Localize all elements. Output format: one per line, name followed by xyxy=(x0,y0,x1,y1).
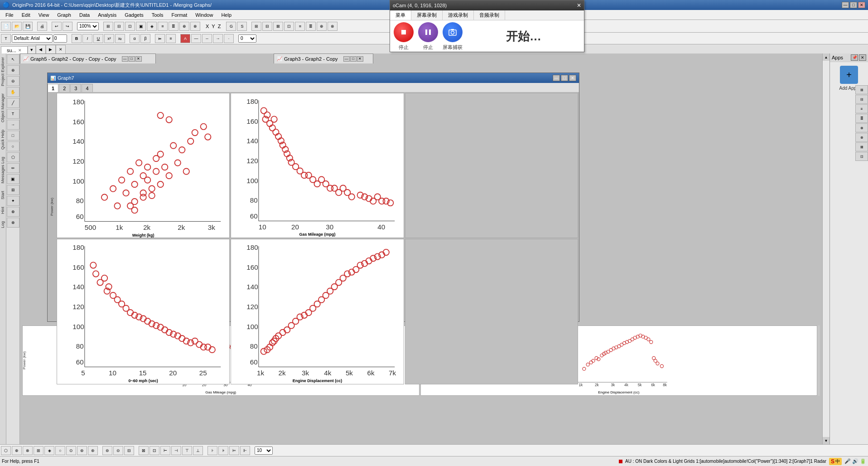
hint-tab[interactable]: Hint xyxy=(0,203,5,218)
tb-icon3[interactable]: ⊡ xyxy=(125,22,135,31)
menu-analysis[interactable]: Analysis xyxy=(94,11,120,19)
ocam-tab-screen-record[interactable]: 屏幕录制 xyxy=(411,10,443,20)
crosshair-tool[interactable]: ⊕ xyxy=(7,207,19,217)
pan-tool[interactable]: ✋ xyxy=(7,87,19,97)
graph3-window-tab[interactable]: 📈 Graph3 - Graph2 - Copy — □ ✕ xyxy=(274,53,373,63)
tb-icon4[interactable]: ▣ xyxy=(136,22,146,31)
doc-tab-main[interactable]: su... ✕ xyxy=(1,46,28,54)
btb-13[interactable]: ⊠ xyxy=(139,446,149,455)
btb-14[interactable]: ⊡ xyxy=(149,446,159,455)
ocam-tab-menu[interactable]: 菜单 xyxy=(390,10,411,20)
graph3-close[interactable]: ✕ xyxy=(357,56,363,62)
graph7-tab-4[interactable]: 4 xyxy=(82,84,92,92)
redo-btn[interactable]: ↪ xyxy=(63,22,72,31)
line-width-select[interactable]: 0 1 2 xyxy=(238,34,256,43)
font-select[interactable]: Default: Arial xyxy=(12,34,53,43)
ocam-tab-audio-record[interactable]: 音频录制 xyxy=(474,10,505,20)
quick-help-tab[interactable]: Quick Help xyxy=(0,126,5,153)
menu-graph[interactable]: Graph xyxy=(53,11,75,19)
btb-11[interactable]: ⊝ xyxy=(113,446,123,455)
mask-tool[interactable]: ⊗ xyxy=(7,218,19,228)
btb-1[interactable]: ⬡ xyxy=(1,446,11,455)
btb-21[interactable]: ⊨ xyxy=(229,446,239,455)
graph3-minimize[interactable]: — xyxy=(343,56,350,62)
subscript-btn[interactable]: x₂ xyxy=(115,34,125,43)
arrow-tool[interactable]: → xyxy=(7,120,19,130)
graph5-minimize[interactable]: — xyxy=(122,56,128,62)
btb-7[interactable]: ⊙ xyxy=(66,446,76,455)
tb-more4[interactable]: ⊡ xyxy=(284,22,294,31)
tab-scroll-right[interactable]: ▶ xyxy=(46,45,56,54)
polygon-tool[interactable]: ⬠ xyxy=(7,152,19,162)
right-tb8[interactable]: ⊡ xyxy=(855,152,868,161)
plot-0to60-power[interactable]: 180 160 140 120 100 80 60 5 10 15 20 25 xyxy=(57,239,230,384)
btb-9[interactable]: ⊛ xyxy=(88,446,98,455)
region-tool[interactable]: ⊞ xyxy=(7,185,19,195)
btb-15[interactable]: ⊢ xyxy=(160,446,170,455)
text-tool[interactable]: T xyxy=(7,109,19,119)
btb-10[interactable]: ⊜ xyxy=(102,446,112,455)
line2-btn[interactable]: -- xyxy=(202,34,212,43)
ocam-tab-game-record[interactable]: 游戏录制 xyxy=(443,10,474,20)
right-tb7[interactable]: ⊠ xyxy=(855,142,868,151)
minimize-button[interactable]: — xyxy=(842,2,849,8)
menu-gadgets[interactable]: Gadgets xyxy=(121,11,147,19)
btb-2[interactable]: ⊕ xyxy=(12,446,22,455)
tb-icon6[interactable]: ≡ xyxy=(158,22,168,31)
right-tb1[interactable]: ⊞ xyxy=(855,85,868,94)
data-reader-tool[interactable]: ✦ xyxy=(7,196,19,206)
scroll-up-btn[interactable]: ▲ xyxy=(823,53,829,61)
line-btn[interactable]: — xyxy=(191,34,201,43)
tb-icon7[interactable]: ≣ xyxy=(169,22,178,31)
btb-17[interactable]: ⊤ xyxy=(182,446,192,455)
graph7-tab-3[interactable]: 3 xyxy=(70,84,81,92)
mic-icon[interactable]: 🎤 xyxy=(844,458,851,464)
tb-icon2[interactable]: ⊟ xyxy=(114,22,124,31)
ocam-close-btn[interactable]: ✕ xyxy=(577,2,581,9)
menu-view[interactable]: View xyxy=(35,11,53,19)
plot-gasmileage-power[interactable]: 180 160 140 120 100 80 60 10 20 30 40 xyxy=(231,93,404,238)
graph7-minimize[interactable]: — xyxy=(553,75,560,81)
btb-3[interactable]: ⊗ xyxy=(23,446,33,455)
menu-format[interactable]: Format xyxy=(168,11,191,19)
restore-button[interactable]: □ xyxy=(850,2,857,8)
alpha-btn[interactable]: α xyxy=(130,34,140,43)
doc-tab-close[interactable]: ✕ xyxy=(18,48,22,53)
btb-16[interactable]: ⊣ xyxy=(171,446,181,455)
btb-8[interactable]: ⊚ xyxy=(77,446,87,455)
graph5-close[interactable]: ✕ xyxy=(135,56,142,62)
apps-pin-btn[interactable]: 📌 xyxy=(851,54,858,61)
close-button[interactable]: ✕ xyxy=(858,2,865,8)
graph5-window-tab[interactable]: 📈 Graph5 - Graph2 - Copy - Copy - Copy —… xyxy=(20,53,156,63)
btb-12[interactable]: ⊟ xyxy=(124,446,134,455)
right-tb3[interactable]: ≡ xyxy=(855,104,868,113)
start-tab[interactable]: Start xyxy=(0,187,5,203)
text-format-btn[interactable]: T xyxy=(1,34,11,43)
graph3-restore[interactable]: □ xyxy=(350,56,357,62)
brush-tool[interactable]: ✏ xyxy=(7,163,19,173)
tb-icon9[interactable]: ⊗ xyxy=(190,22,200,31)
scatter-btn[interactable]: S xyxy=(237,22,247,31)
apps-close-btn[interactable]: ✕ xyxy=(859,54,866,61)
select-tool[interactable]: ▣ xyxy=(7,174,19,184)
network-icon[interactable]: 🔊 xyxy=(852,458,858,464)
tb-more1[interactable]: ⊞ xyxy=(251,22,261,31)
graph7-restore[interactable]: □ xyxy=(561,75,568,81)
align-left-btn[interactable]: ⫢ xyxy=(155,34,165,43)
superscript-btn[interactable]: x² xyxy=(104,34,114,43)
tab-close-btn[interactable]: ✕ xyxy=(56,45,66,54)
btb-5[interactable]: ◈ xyxy=(44,446,54,455)
btb-6[interactable]: ○ xyxy=(55,446,65,455)
btb-4[interactable]: ⊞ xyxy=(34,446,43,455)
messages-log-tab[interactable]: Messages Log xyxy=(0,153,5,187)
tb-more8[interactable]: ⊗ xyxy=(328,22,338,31)
new-btn[interactable]: 📄 xyxy=(1,22,11,31)
menu-data[interactable]: Data xyxy=(76,11,93,19)
zoom-in-tool[interactable]: ⊕ xyxy=(7,65,19,75)
ocam-capture-btn[interactable]: 屏幕捕获 xyxy=(443,22,463,51)
font-size-input[interactable] xyxy=(53,34,67,43)
sogou-ime[interactable]: S 中 xyxy=(829,458,842,465)
beta-btn[interactable]: β xyxy=(140,34,150,43)
menu-edit[interactable]: Edit xyxy=(18,11,34,19)
print-btn[interactable]: 🖨 xyxy=(37,22,47,31)
